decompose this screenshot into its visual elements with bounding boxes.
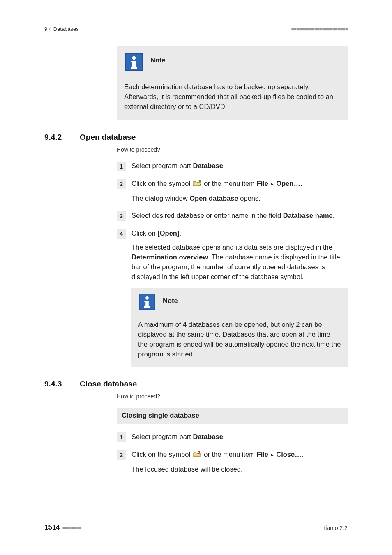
step-942-3: 3 Select desired database or enter name …: [117, 211, 348, 221]
note-title: Note: [163, 296, 341, 308]
note-body: A maximum of 4 databases can be opened, …: [138, 320, 341, 359]
note-body: Each determination database has to be ba…: [124, 82, 340, 112]
step-body: Select program part Database.: [131, 432, 348, 442]
section-title: Open database: [80, 132, 136, 143]
info-icon: [125, 53, 143, 74]
section-number: 9.4.2: [44, 132, 68, 143]
step-number-box: 2: [117, 179, 126, 189]
step-number-box: 3: [117, 211, 126, 221]
section-943-heading: 9.4.3 Close database: [44, 378, 348, 390]
note-box-backup: Note Each determination database has to …: [117, 46, 348, 120]
step-number-box: 1: [117, 162, 126, 171]
how-to-proceed: How to proceed?: [117, 146, 348, 154]
step-942-2: 2 Click on the symbol or the menu item F…: [117, 179, 348, 204]
section-title: Close database: [80, 378, 137, 390]
note-title: Note: [150, 56, 340, 67]
step-942-4: 4 Click on [Open]. The selected database…: [117, 229, 348, 367]
folder-open-icon: [193, 180, 201, 190]
subheading-bar: Closing single database: [117, 408, 348, 424]
svg-point-7: [145, 296, 149, 300]
note-box-max-db: Note A maximum of 4 databases can be ope…: [131, 288, 348, 367]
section-942-heading: 9.4.2 Open database: [44, 132, 348, 143]
section-number: 9.4.3: [44, 378, 68, 390]
svg-rect-10: [144, 306, 150, 308]
header-dots: ■■■■■■■■■■■■■■■■■■■■■■: [291, 26, 348, 33]
page-footer: 1514 ■■■■■■■■ tiamo 2.2: [44, 523, 348, 533]
step-number-box: 4: [117, 229, 126, 239]
step-number-box: 2: [117, 450, 126, 460]
header-left: 9.4 Databases: [44, 25, 79, 33]
svg-rect-3: [131, 61, 134, 62]
step-body: Click on the symbol or the menu item Fil…: [131, 179, 348, 204]
subheading: Closing single database: [122, 412, 199, 419]
info-icon: [139, 294, 155, 313]
page-header: 9.4 Databases ■■■■■■■■■■■■■■■■■■■■■■: [44, 25, 348, 33]
step-body: Click on the symbol or the menu item Fil…: [131, 450, 348, 474]
step-943-2: 2 Click on the symbol or the menu item F…: [117, 450, 348, 474]
svg-point-1: [132, 56, 136, 60]
menu-arrow-icon: ▸: [271, 452, 274, 458]
menu-arrow-icon: ▸: [271, 181, 274, 187]
svg-rect-9: [144, 301, 147, 302]
step-942-1: 1 Select program part Database.: [117, 161, 348, 171]
how-to-proceed: How to proceed?: [117, 392, 348, 400]
step-body: Click on [Open]. The selected database o…: [131, 229, 348, 367]
step-943-1: 1 Select program part Database.: [117, 432, 348, 442]
footer-right: tiamo 2.2: [324, 524, 348, 532]
step-body: Select program part Database.: [131, 161, 348, 171]
folder-close-icon: [193, 451, 201, 460]
footer-dots: ■■■■■■■■: [62, 525, 81, 531]
svg-rect-4: [131, 67, 137, 69]
step-number-box: 1: [117, 432, 126, 442]
page-number: 1514: [44, 523, 60, 533]
step-body: Select desired database or enter name in…: [131, 211, 348, 221]
